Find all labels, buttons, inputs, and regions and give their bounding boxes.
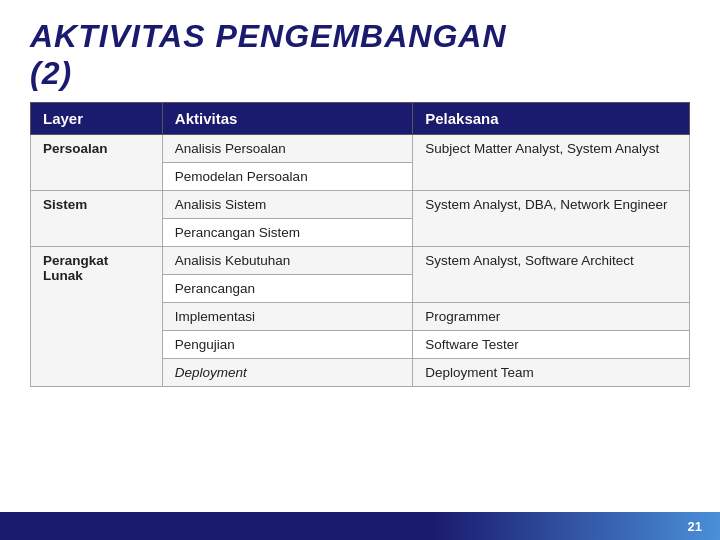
- header-aktivitas: Aktivitas: [162, 102, 412, 134]
- activity-implementasi: Implementasi: [162, 302, 412, 330]
- activity-analisis-persoalan: Analisis Persoalan: [162, 134, 412, 162]
- table-row: Persoalan Analisis Persoalan Subject Mat…: [31, 134, 690, 162]
- main-table: Layer Aktivitas Pelaksana Persoalan Anal…: [30, 102, 690, 387]
- page-number: 21: [688, 519, 702, 534]
- activity-analisis-sistem: Analisis Sistem: [162, 190, 412, 218]
- layer-perangkat-lunak: Perangkat Lunak: [31, 246, 163, 386]
- activity-perancangan-sistem: Perancangan Sistem: [162, 218, 412, 246]
- executor-software-tester: Software Tester: [413, 330, 690, 358]
- activity-perancangan: Perancangan: [162, 274, 412, 302]
- table-row: Perangkat Lunak Analisis Kebutuhan Syste…: [31, 246, 690, 274]
- executor-deployment-team: Deployment Team: [413, 358, 690, 386]
- activity-analisis-kebutuhan: Analisis Kebutuhan: [162, 246, 412, 274]
- activity-deployment: Deployment: [162, 358, 412, 386]
- bottom-bar: 21: [0, 512, 720, 540]
- executor-perangkat-lunak-1: System Analyst, Software Architect: [413, 246, 690, 302]
- header-layer: Layer: [31, 102, 163, 134]
- activity-pengujian: Pengujian: [162, 330, 412, 358]
- executor-programmer: Programmer: [413, 302, 690, 330]
- table-row: Sistem Analisis Sistem System Analyst, D…: [31, 190, 690, 218]
- page-container: AKTIVITAS PENGEMBANGAN (2) Layer Aktivit…: [0, 0, 720, 540]
- table-header-row: Layer Aktivitas Pelaksana: [31, 102, 690, 134]
- executor-persoalan: Subject Matter Analyst, System Analyst: [413, 134, 690, 190]
- layer-persoalan: Persoalan: [31, 134, 163, 190]
- page-title: AKTIVITAS PENGEMBANGAN (2): [30, 18, 690, 92]
- layer-sistem: Sistem: [31, 190, 163, 246]
- title-area: AKTIVITAS PENGEMBANGAN (2): [0, 0, 720, 102]
- title-line2: (2): [30, 55, 72, 91]
- header-pelaksana: Pelaksana: [413, 102, 690, 134]
- table-wrapper: Layer Aktivitas Pelaksana Persoalan Anal…: [0, 102, 720, 387]
- executor-sistem: System Analyst, DBA, Network Engineer: [413, 190, 690, 246]
- activity-pemodelan-persoalan: Pemodelan Persoalan: [162, 162, 412, 190]
- title-line1: AKTIVITAS PENGEMBANGAN: [30, 18, 507, 54]
